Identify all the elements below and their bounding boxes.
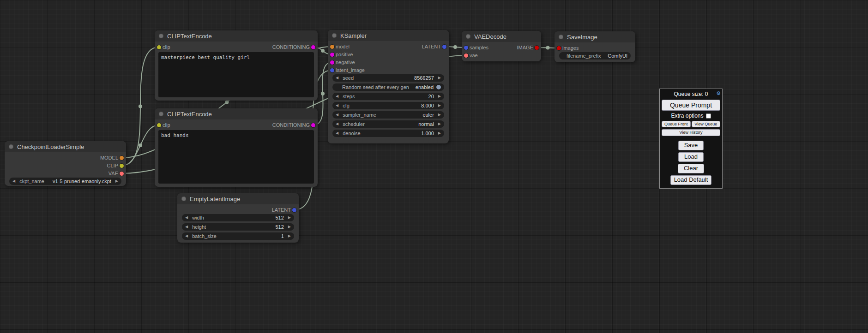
widget-value: v1-5-pruned-emaonly.ckpt [49,178,111,184]
widget-random-seed-after-every-gen[interactable]: Random seed after every genenabled [332,83,444,91]
decrement-arrow-icon[interactable]: ◀ [185,216,188,220]
widget-label: cfg [343,103,350,108]
collapse-dot-icon[interactable] [159,34,163,38]
save-button[interactable]: Save [678,141,704,150]
clear-button[interactable]: Clear [678,164,704,173]
node-ksampler[interactable]: KSamplermodelpositivenegativelatent_imag… [328,30,449,143]
vae-slot-dot[interactable] [464,54,468,58]
clip-slot-dot[interactable] [157,123,161,127]
widget-label: filename_prefix [567,53,601,59]
view-queue-button[interactable]: View Queue [692,121,721,127]
model-slot-dot[interactable] [120,156,124,160]
settings-gear-icon[interactable]: ⚙ [716,90,721,96]
clip-slot-dot[interactable] [120,164,124,168]
queue-menu-panel: Queue size: 0 ⚙ Queue Prompt Extra optio… [659,89,723,189]
increment-arrow-icon[interactable]: ▶ [288,216,291,220]
decrement-arrow-icon[interactable]: ◀ [336,131,338,135]
increment-arrow-icon[interactable]: ▶ [288,225,291,229]
collapse-dot-icon[interactable] [159,112,163,116]
latent-slot-dot[interactable] [292,208,296,212]
widget-label: width [192,215,204,220]
vae-slot-dot[interactable] [120,172,124,176]
extra-options-checkbox[interactable] [706,113,711,119]
negative-slot-dot[interactable] [330,60,334,65]
widget-scheduler[interactable]: ◀schedulernormal▶ [332,120,444,128]
widget-denoise[interactable]: ◀denoise1.000▶ [332,130,444,137]
node-title: EmptyLatentImage [190,196,240,202]
queue-buttons-row: Queue Front View Queue [662,121,720,127]
output-slot-latent: LATENT [422,43,449,50]
node-title-bar[interactable]: CLIPTextEncode [155,108,318,119]
node-title-bar[interactable]: CheckpointLoaderSimple [5,141,126,152]
collapse-dot-icon[interactable] [9,144,13,149]
decrement-arrow-icon[interactable]: ◀ [185,234,188,238]
widget-ckpt-name[interactable]: ◀ckpt_namev1-5-pruned-emaonly.ckpt▶ [9,178,121,185]
positive-slot-dot[interactable] [330,53,334,57]
link-midpoint-dot [139,105,142,108]
node-title-bar[interactable]: CLIPTextEncode [155,30,318,42]
slot-label: samples [470,45,488,50]
decrement-arrow-icon[interactable]: ◀ [336,113,338,117]
node-title-bar[interactable]: KSampler [328,30,449,41]
decrement-arrow-icon[interactable]: ◀ [336,76,338,80]
collapse-dot-icon[interactable] [181,196,186,201]
load-button[interactable]: Load [678,152,704,162]
increment-arrow-icon[interactable]: ▶ [438,113,441,117]
increment-arrow-icon[interactable]: ▶ [438,95,441,98]
view-history-button[interactable]: View History [662,129,720,136]
link-midpoint-dot [139,143,142,147]
clip-slot-dot[interactable] [157,45,161,49]
collapse-dot-icon[interactable] [559,35,563,39]
node-title-bar[interactable]: EmptyLatentImage [177,193,299,204]
conditioning-slot-dot[interactable] [311,45,315,49]
node-empty-latent-image[interactable]: EmptyLatentImageLATENT◀width512▶◀height5… [177,193,299,243]
collapse-dot-icon[interactable] [466,34,470,39]
queue-front-button[interactable]: Queue Front [662,121,691,127]
slot-label: LATENT [272,207,291,213]
node-graph-canvas[interactable]: Queue size: 0 ⚙ Queue Prompt Extra optio… [0,0,868,333]
slot-label: CONDITIONING [272,122,310,128]
widget-cfg[interactable]: ◀cfg8.000▶ [332,102,444,109]
widget-batch-size[interactable]: ◀batch_size1▶ [182,232,294,240]
decrement-arrow-icon[interactable]: ◀ [336,104,338,107]
widget-height[interactable]: ◀height512▶ [182,223,294,231]
conditioning-slot-dot[interactable] [311,123,315,127]
model-slot-dot[interactable] [330,45,334,49]
image-slot-dot[interactable] [535,46,539,50]
increment-arrow-icon[interactable]: ▶ [438,122,441,126]
samples-slot-dot[interactable] [464,46,468,50]
node-checkpoint-loader-simple[interactable]: CheckpointLoaderSimpleMODELCLIPVAE◀ckpt_… [5,141,126,186]
queue-prompt-button[interactable]: Queue Prompt [662,100,720,111]
prompt-text-input[interactable] [158,130,314,184]
increment-arrow-icon[interactable]: ▶ [288,234,291,238]
node-clip-text-encode-negative[interactable]: CLIPTextEncodeclipCONDITIONING [155,108,318,187]
increment-arrow-icon[interactable]: ▶ [438,104,441,107]
node-clip-text-encode-positive[interactable]: CLIPTextEncodeclipCONDITIONING [155,30,318,101]
toggle-knob-icon[interactable] [436,85,441,89]
decrement-arrow-icon[interactable]: ◀ [336,95,338,98]
increment-arrow-icon[interactable]: ▶ [115,179,118,183]
node-save-image[interactable]: SaveImageimagesfilename_prefixComfyUI [555,31,635,62]
increment-arrow-icon[interactable]: ▶ [438,131,441,135]
load-default-button[interactable]: Load Default [670,175,712,185]
output-slot-clip: CLIP [107,162,126,169]
node-title-bar[interactable]: SaveImage [555,31,635,42]
node-title-bar[interactable]: VAEDecode [462,31,541,42]
widget-sampler-name[interactable]: ◀sampler_nameeuler▶ [332,111,444,119]
prompt-text-input[interactable] [158,52,314,97]
widget-filename-prefix[interactable]: filename_prefixComfyUI [559,52,631,59]
decrement-arrow-icon[interactable]: ◀ [12,179,15,183]
images-slot-dot[interactable] [557,46,561,50]
latent-image-slot-dot[interactable] [330,68,334,72]
increment-arrow-icon[interactable]: ▶ [438,76,441,80]
output-slot-model: MODEL [100,154,126,161]
decrement-arrow-icon[interactable]: ◀ [336,122,338,126]
node-vae-decode[interactable]: VAEDecodesamplesvaeIMAGE [462,31,541,61]
decrement-arrow-icon[interactable]: ◀ [185,225,188,229]
widget-width[interactable]: ◀width512▶ [182,214,294,221]
latent-slot-dot[interactable] [442,45,446,49]
widget-seed[interactable]: ◀seed8566257▶ [332,74,444,82]
widget-value: ComfyUI [604,53,627,59]
collapse-dot-icon[interactable] [332,33,337,38]
widget-steps[interactable]: ◀steps20▶ [332,93,444,100]
